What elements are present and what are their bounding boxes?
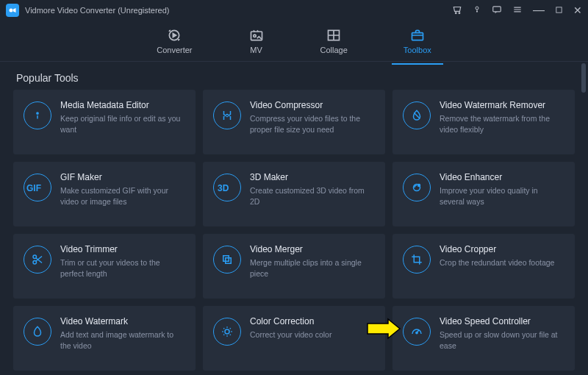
maximize-button[interactable]	[555, 5, 563, 16]
svg-rect-4	[493, 6, 501, 11]
cart-icon[interactable]	[452, 4, 462, 17]
tool-card-compressor[interactable]: Video CompressorCompress your video file…	[203, 90, 385, 154]
tool-title: 3D Maker	[250, 172, 375, 182]
scrollbar[interactable]	[581, 63, 587, 371]
svg-point-8	[253, 35, 255, 37]
tab-label: MV	[250, 46, 262, 54]
tool-desc: Merge multiple clips into a single piece	[250, 257, 375, 279]
tool-title: Video Watermark Remover	[440, 100, 564, 110]
tab-mv[interactable]: MV	[241, 25, 272, 57]
svg-point-3	[476, 7, 478, 10]
tool-desc: Add text and image watermark to the vide…	[60, 329, 185, 351]
tab-collage[interactable]: Collage	[313, 25, 355, 57]
titlebar: Vidmore Video Converter (Unregistered) —…	[0, 0, 588, 21]
tab-label: Collage	[320, 46, 348, 54]
tab-label: Toolbox	[404, 46, 431, 54]
tool-desc: Compress your video files to the proper …	[250, 113, 375, 135]
svg-text:3D: 3D	[218, 183, 229, 193]
cropper-icon	[403, 246, 431, 274]
svg-point-2	[459, 12, 460, 13]
tab-converter[interactable]: Converter	[149, 25, 199, 57]
tool-desc: Improve your video quality in several wa…	[440, 185, 564, 207]
tool-desc: Speed up or slow down your file at ease	[440, 329, 564, 351]
tool-card-enhancer[interactable]: Video EnhancerImprove your video quality…	[392, 162, 575, 226]
tool-card-speed[interactable]: Video Speed ControllerSpeed up or slow d…	[392, 306, 575, 371]
watermark-remover-icon	[403, 101, 431, 129]
tool-title: Video Watermark	[60, 316, 185, 326]
minimize-button[interactable]: —	[533, 7, 545, 13]
tool-card-color[interactable]: Color CorrectionCorrect your video color	[203, 306, 385, 371]
tools-grid: Media Metadata EditorKeep original file …	[13, 90, 575, 371]
trimmer-icon	[24, 246, 51, 274]
watermark-icon	[24, 318, 51, 346]
tool-desc: Trim or cut your videos to the perfect l…	[60, 257, 185, 279]
tool-desc: Keep original file info or edit as you w…	[60, 113, 185, 135]
tab-label: Converter	[157, 46, 192, 54]
3d-icon: 3D	[213, 174, 241, 201]
compressor-icon	[213, 101, 241, 129]
svg-point-11	[37, 113, 38, 114]
window-controls: — ✕	[452, 4, 582, 17]
tool-card-trimmer[interactable]: Video TrimmerTrim or cut your videos to …	[13, 234, 196, 299]
enhancer-icon	[403, 174, 431, 201]
tool-card-metadata[interactable]: Media Metadata EditorKeep original file …	[13, 90, 196, 154]
svg-point-20	[225, 329, 229, 334]
collage-icon	[326, 28, 342, 43]
scrollbar-thumb[interactable]	[581, 63, 586, 93]
tool-desc: Make customized GIF with your video or i…	[60, 185, 185, 207]
tool-card-merger[interactable]: Video MergerMerge multiple clips into a …	[203, 234, 385, 299]
tool-card-watermark-remover[interactable]: Video Watermark RemoverRemove the waterm…	[392, 90, 575, 154]
converter-icon	[166, 28, 182, 43]
tool-card-cropper[interactable]: Video CropperCrop the redundant video fo…	[392, 234, 575, 299]
tool-desc: Create customized 3D video from 2D	[250, 185, 375, 207]
svg-point-1	[455, 12, 456, 13]
toolbox-icon	[409, 28, 426, 43]
tool-title: Video Merger	[250, 244, 375, 254]
svg-text:GIF: GIF	[26, 183, 41, 193]
merger-icon	[213, 246, 241, 274]
tool-card-3d[interactable]: 3D3D MakerCreate customized 3D video fro…	[203, 162, 385, 226]
svg-point-21	[416, 332, 417, 333]
tool-title: Video Trimmer	[60, 244, 185, 254]
tool-title: Video Enhancer	[440, 172, 564, 182]
app-logo	[6, 4, 19, 17]
tool-title: Media Metadata Editor	[60, 100, 185, 110]
svg-rect-5	[556, 7, 562, 12]
main-tabs: Converter MV Collage Toolbox	[0, 21, 588, 62]
svg-rect-10	[412, 32, 423, 40]
speed-icon	[403, 318, 431, 346]
tools-grid-wrap: Media Metadata EditorKeep original file …	[0, 90, 588, 375]
tool-card-gif[interactable]: GIFGIF MakerMake customized GIF with you…	[13, 162, 196, 226]
tool-title: GIF Maker	[60, 172, 185, 182]
tool-title: Video Cropper	[440, 244, 564, 254]
svg-point-15	[418, 185, 420, 187]
tool-desc: Correct your video color	[250, 329, 375, 340]
menu-icon[interactable]	[512, 4, 523, 17]
metadata-icon	[24, 101, 51, 129]
tab-toolbox[interactable]: Toolbox	[396, 25, 439, 57]
key-icon[interactable]	[473, 4, 481, 17]
window-title: Vidmore Video Converter (Unregistered)	[25, 6, 169, 15]
tool-card-watermark[interactable]: Video WatermarkAdd text and image waterm…	[13, 306, 196, 371]
tool-desc: Remove the watermark from the video flex…	[440, 113, 564, 135]
tool-title: Video Compressor	[250, 100, 375, 110]
close-button[interactable]: ✕	[573, 4, 582, 16]
tool-title: Color Correction	[250, 316, 375, 326]
tool-desc: Crop the redundant video footage	[440, 257, 564, 268]
color-icon	[213, 318, 241, 346]
mv-icon	[248, 28, 265, 43]
section-title: Popular Tools	[0, 62, 588, 90]
gif-icon: GIF	[24, 174, 51, 201]
tool-title: Video Speed Controller	[440, 316, 564, 326]
svg-point-0	[10, 9, 13, 12]
feedback-icon[interactable]	[492, 4, 502, 17]
